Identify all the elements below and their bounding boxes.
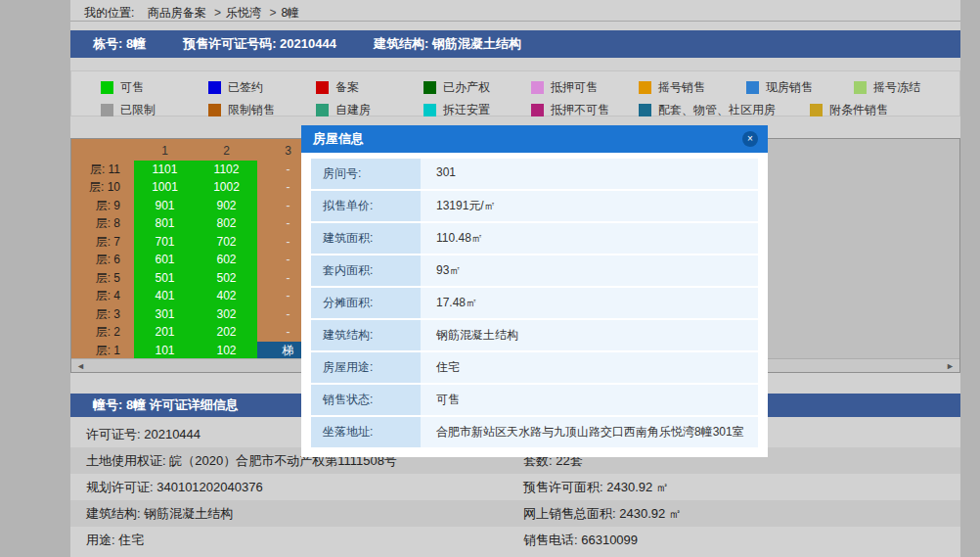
legend-item: 拆迁安置 bbox=[423, 102, 531, 117]
house-info-row: 房屋用途: 住宅 bbox=[311, 352, 758, 383]
legend-label: 已签约 bbox=[228, 79, 263, 96]
permit-row: 用途: 住宅 销售电话: 66310099 bbox=[70, 527, 960, 553]
legend-item: 已办产权 bbox=[423, 79, 531, 95]
permit-field-right: 预售许可面积: 2430.92 ㎡ bbox=[523, 474, 960, 500]
unit-cell[interactable]: 301 bbox=[134, 305, 196, 324]
house-info-value: 可售 bbox=[421, 385, 758, 415]
unit-cell[interactable]: 402 bbox=[196, 287, 257, 305]
permit-field-left: 规划许可证: 340101202040376 bbox=[86, 474, 523, 500]
status-color-swatch bbox=[208, 104, 221, 116]
page: 我的位置: 商品房备案 >乐悦湾 >8幢 栋号: 8幢 预售许可证号码: 202… bbox=[70, 0, 960, 557]
building-info-item: 栋号: 8幢 bbox=[93, 35, 146, 53]
building-info-item: 建筑结构: 钢筋混凝土结构 bbox=[374, 35, 521, 53]
unit-cell[interactable]: 801 bbox=[134, 214, 196, 233]
status-legend: 可售 已签约 备案 已办产权 抵 bbox=[70, 70, 960, 116]
status-color-swatch bbox=[810, 104, 823, 116]
permit-row: 规划许可证: 340101202040376 预售许可面积: 2430.92 ㎡ bbox=[70, 474, 960, 500]
unit-cell[interactable]: 802 bbox=[196, 214, 257, 233]
house-info-value: 住宅 bbox=[421, 352, 758, 383]
house-info-value: 301 bbox=[421, 159, 758, 189]
legend-label: 拆迁安置 bbox=[443, 102, 490, 118]
house-info-value: 110.48㎡ bbox=[421, 223, 758, 254]
unit-cell[interactable]: 401 bbox=[134, 287, 196, 305]
scroll-left-icon[interactable]: ◄ bbox=[76, 359, 85, 373]
house-info-value: 93㎡ bbox=[421, 255, 758, 286]
legend-label: 配套、物管、社区用房 bbox=[658, 102, 776, 118]
house-info-label: 房间号: bbox=[311, 159, 421, 189]
unit-cell[interactable]: 702 bbox=[196, 233, 257, 252]
floor-label: 层: 5 bbox=[71, 269, 134, 288]
status-color-swatch bbox=[639, 104, 651, 116]
permit-field-right: 销售电话: 66310099 bbox=[523, 527, 960, 553]
floor-label: 层: 6 bbox=[71, 251, 134, 269]
floor-label: 层: 2 bbox=[71, 323, 134, 342]
legend-item: 自建房 bbox=[316, 102, 423, 117]
breadcrumb-separator: > bbox=[214, 6, 221, 20]
floor-label: 层: 1 bbox=[71, 342, 134, 360]
house-info-label: 分摊面积: bbox=[311, 288, 421, 318]
unit-cell[interactable]: 1102 bbox=[196, 161, 257, 179]
floor-label: 层: 7 bbox=[71, 233, 134, 252]
modal-header: 房屋信息 × bbox=[301, 125, 768, 153]
legend-item: 可售 bbox=[101, 79, 208, 95]
breadcrumb-link[interactable]: 商品房备案 bbox=[148, 6, 206, 20]
floor-label: 层: 4 bbox=[71, 287, 134, 305]
legend-item: 抵押可售 bbox=[531, 79, 639, 95]
status-color-swatch bbox=[423, 104, 436, 116]
legend-label: 摇号冻结 bbox=[873, 79, 920, 96]
legend-label: 现房销售 bbox=[766, 79, 813, 96]
legend-row-1: 可售 已签约 备案 已办产权 抵 bbox=[101, 79, 959, 95]
unit-cell[interactable]: 701 bbox=[134, 233, 196, 252]
unit-cell[interactable]: 102 bbox=[196, 342, 257, 360]
legend-item: 已签约 bbox=[208, 79, 316, 95]
status-color-swatch bbox=[746, 81, 759, 94]
floor-label: 层: 9 bbox=[71, 197, 134, 215]
legend-item: 摇号冻结 bbox=[854, 79, 961, 95]
legend-label: 自建房 bbox=[335, 102, 371, 118]
unit-cell[interactable]: 201 bbox=[134, 323, 196, 342]
legend-label: 摇号销售 bbox=[658, 79, 705, 96]
unit-cell[interactable]: 1001 bbox=[134, 178, 196, 197]
modal-body: 房间号: 301 拟售单价: 13191元/㎡ 建筑面积: 110.48㎡ 套内… bbox=[301, 153, 768, 457]
legend-item: 限制销售 bbox=[208, 102, 316, 117]
breadcrumb: 我的位置: 商品房备案 >乐悦湾 >8幢 bbox=[70, 0, 960, 22]
unit-cell[interactable]: 601 bbox=[134, 251, 196, 269]
house-info-modal: 房屋信息 × 房间号: 301 拟售单价: 13191元/㎡ 建筑面积: 110… bbox=[301, 125, 768, 457]
status-color-swatch bbox=[316, 81, 329, 94]
legend-label: 抵押不可售 bbox=[551, 102, 609, 118]
house-info-row: 房间号: 301 bbox=[311, 159, 758, 189]
status-color-swatch bbox=[854, 81, 867, 94]
unit-cell[interactable]: 502 bbox=[196, 269, 257, 288]
house-info-row: 拟售单价: 13191元/㎡ bbox=[311, 191, 758, 221]
unit-cell[interactable]: 901 bbox=[134, 197, 196, 215]
scroll-right-icon[interactable]: ► bbox=[946, 359, 955, 373]
unit-cell[interactable]: 602 bbox=[196, 251, 257, 269]
unit-cell[interactable]: 202 bbox=[196, 323, 257, 342]
breadcrumb-link[interactable]: 乐悦湾 bbox=[226, 6, 261, 20]
floor-label: 层: 11 bbox=[71, 161, 134, 179]
legend-label: 备案 bbox=[335, 79, 359, 96]
legend-row-2: 已限制 限制销售 自建房 拆迁安置 bbox=[101, 102, 959, 117]
legend-item: 现房销售 bbox=[746, 79, 854, 95]
column-header: 2 bbox=[196, 142, 257, 161]
unit-cell[interactable]: 501 bbox=[134, 269, 196, 288]
grid-header-spacer bbox=[71, 142, 134, 161]
unit-cell[interactable]: 902 bbox=[196, 197, 257, 215]
legend-item: 摇号销售 bbox=[639, 79, 746, 95]
unit-cell[interactable]: 1002 bbox=[196, 178, 257, 197]
house-info-value: 钢筋混凝土结构 bbox=[421, 320, 758, 350]
unit-cell[interactable]: 1101 bbox=[134, 161, 196, 179]
unit-cell[interactable]: 302 bbox=[196, 305, 257, 324]
permit-field-left: 建筑结构: 钢筋混凝土结构 bbox=[86, 500, 523, 527]
house-info-row: 建筑结构: 钢筋混凝土结构 bbox=[311, 320, 758, 350]
status-color-swatch bbox=[101, 81, 113, 94]
breadcrumb-separator: > bbox=[269, 6, 276, 20]
unit-cell[interactable]: 101 bbox=[134, 342, 196, 360]
status-color-swatch bbox=[531, 104, 544, 116]
close-icon[interactable]: × bbox=[742, 131, 758, 147]
status-color-swatch bbox=[208, 81, 221, 94]
breadcrumb-link[interactable]: 8幢 bbox=[281, 6, 299, 20]
breadcrumb-prefix: 我的位置: bbox=[84, 6, 134, 20]
permit-row: 建筑结构: 钢筋混凝土结构 网上销售总面积: 2430.92 ㎡ bbox=[70, 500, 960, 527]
legend-label: 限制销售 bbox=[228, 102, 275, 118]
